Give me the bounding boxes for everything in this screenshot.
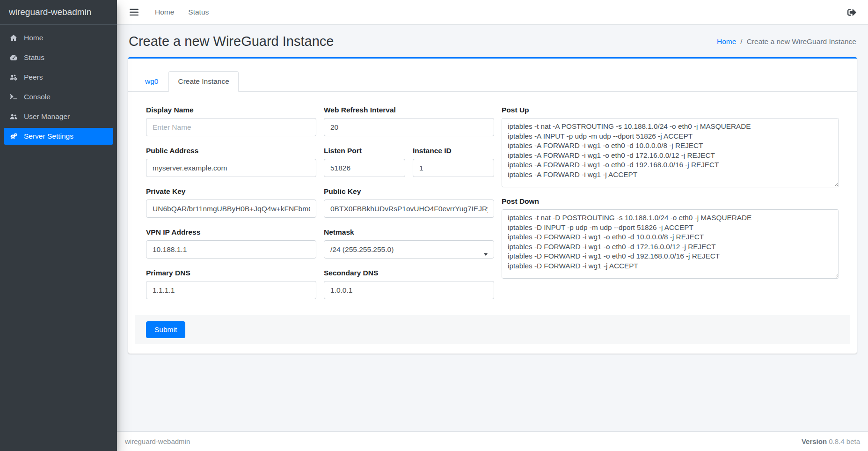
sidebar-item-label: Server Settings [24,132,73,140]
sidebar-menu: Home Status [0,25,117,152]
vpn-ip-label: VPN IP Address [146,228,316,237]
web-refresh-input[interactable] [324,118,494,136]
vpn-ip-input[interactable] [146,240,316,259]
public-address-field-group: Public Address [146,147,316,177]
sidebar-item-label: Home [24,34,43,42]
sidebar-item-user-manager[interactable]: User Manager [4,108,113,125]
listen-port-input[interactable] [324,159,405,177]
port-id-row: Listen Port Instance ID [324,147,494,187]
primary-dns-field-group: Primary DNS [146,269,316,299]
secondary-dns-field-group: Secondary DNS [324,269,494,299]
post-up-field-group: Post Up [502,106,839,187]
netmask-select-wrap: /24 (255.255.255.0) [324,245,494,253]
navbar-link-home[interactable]: Home [148,5,181,19]
instance-card: wg0 Create Instance Display Name Web Ref… [128,57,857,354]
footer-version: Version 0.8.4 beta [802,437,860,445]
public-address-label: Public Address [146,147,316,155]
card-tabs: wg0 Create Instance [128,59,857,92]
gauge-icon [8,53,19,62]
private-key-label: Private Key [146,187,316,196]
private-key-input[interactable] [146,200,316,218]
breadcrumb: Home / Create a new WireGuard Instance [717,37,856,46]
navbar-link-status[interactable]: Status [181,5,216,19]
netmask-field-group: Netmask /24 (255.255.255.0) [324,228,494,259]
secondary-dns-label: Secondary DNS [324,269,494,277]
netmask-select[interactable]: /24 (255.255.255.0) [324,240,494,259]
post-down-label: Post Down [502,197,839,206]
main-column: Home Status Create a new WireGuard Insta… [117,0,868,451]
private-key-field-group: Private Key [146,187,316,218]
users-icon [8,112,19,121]
netmask-label: Netmask [324,228,494,237]
listen-port-field-group: Listen Port [324,147,405,177]
display-name-input[interactable] [146,118,316,136]
display-name-label: Display Name [146,106,316,114]
post-up-label: Post Up [502,106,839,114]
web-refresh-label: Web Refresh Interval [324,106,494,114]
public-key-label: Public Key [324,187,494,196]
card-body: Display Name Web Refresh Interval Public… [128,92,857,354]
instance-id-input[interactable] [413,159,494,177]
tab-create-instance[interactable]: Create Instance [168,71,238,92]
post-down-field-group: Post Down [502,197,839,279]
vpn-ip-field-group: VPN IP Address [146,228,316,259]
sidebar: wireguard-webadmin Home Status [0,0,117,451]
sidebar-item-label: User Manager [24,112,70,121]
primary-dns-input[interactable] [146,281,316,299]
secondary-dns-input[interactable] [324,281,494,299]
instance-id-label: Instance ID [413,147,494,155]
breadcrumb-home-link[interactable]: Home [717,37,736,46]
content-area: Create a new WireGuard Instance Home / C… [117,25,868,431]
form-left-columns: Display Name Web Refresh Interval Public… [146,106,494,310]
web-refresh-field-group: Web Refresh Interval [324,106,494,136]
footer-brand: wireguard-webadmin [125,437,190,445]
sidebar-item-server-settings[interactable]: Server Settings [4,128,113,145]
home-icon [8,34,19,42]
sidebar-item-home[interactable]: Home [4,30,113,46]
public-key-field-group: Public Key [324,187,494,218]
submit-strip: Submit [135,315,850,344]
sidebar-brand[interactable]: wireguard-webadmin [0,0,117,25]
sidebar-item-peers[interactable]: Peers [4,69,113,86]
footer-version-value: 0.8.4 beta [829,437,860,445]
breadcrumb-separator: / [740,37,742,46]
sidebar-item-label: Status [24,53,44,62]
post-down-textarea[interactable] [502,209,839,279]
post-up-textarea[interactable] [502,118,839,187]
terminal-icon [8,93,19,101]
submit-button[interactable]: Submit [146,321,185,338]
primary-dns-label: Primary DNS [146,269,316,277]
page-title: Create a new WireGuard Instance [129,34,334,49]
gears-icon [8,132,19,140]
hamburger-icon[interactable] [126,7,142,18]
footer-version-label: Version [802,437,827,445]
form-right-column: Post Up Post Down [502,106,839,310]
sidebar-item-label: Peers [24,73,43,81]
instance-id-field-group: Instance ID [413,147,494,177]
sidebar-item-status[interactable]: Status [4,49,113,66]
page-footer: wireguard-webadmin Version 0.8.4 beta [117,431,868,451]
top-navbar: Home Status [117,0,868,25]
sidebar-item-console[interactable]: Console [4,89,113,105]
peers-icon [8,73,19,81]
public-address-input[interactable] [146,159,316,177]
content-header: Create a new WireGuard Instance Home / C… [124,25,861,56]
breadcrumb-current: Create a new WireGuard Instance [747,37,856,46]
sign-out-icon[interactable] [845,6,859,19]
tab-wg0[interactable]: wg0 [136,71,168,92]
sidebar-item-label: Console [24,93,51,101]
listen-port-label: Listen Port [324,147,405,155]
display-name-field-group: Display Name [146,106,316,136]
public-key-input[interactable] [324,200,494,218]
